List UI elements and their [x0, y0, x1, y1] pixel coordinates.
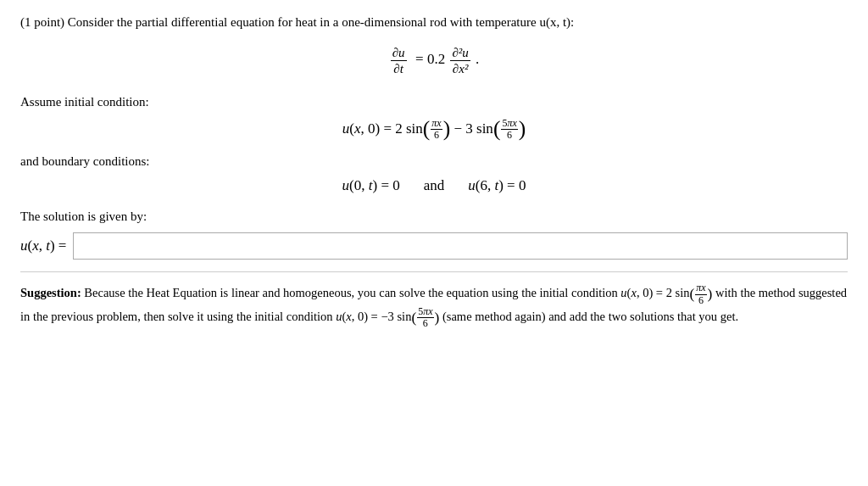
solution-label: The solution is given by: [20, 209, 848, 224]
pde-rhs-numerator: ∂²u [450, 45, 470, 61]
problem-header: (1 point) Consider the partial different… [20, 15, 848, 30]
ic-frac2: 5πx6 [501, 118, 517, 141]
sg-frac2-num: 5πx [417, 306, 433, 318]
ic-frac1: πx6 [431, 118, 442, 141]
sg-frac2-den: 6 [422, 318, 429, 329]
divider [20, 271, 848, 272]
pde-rhs-denominator: ∂x² [451, 61, 470, 76]
sg-frac2: 5πx6 [417, 306, 433, 329]
sg-lparen1: ( [689, 285, 694, 302]
pde-period: . [476, 51, 479, 67]
ic-frac2-num: 5πx [501, 118, 517, 130]
boundary-and: and [424, 177, 445, 194]
suggestion-bold-label: Suggestion: [20, 286, 81, 299]
sg-lparen2: ( [411, 308, 416, 325]
ic-rparen1: ) [443, 116, 451, 141]
boundary-right: u(6, t) = 0 [468, 177, 526, 194]
suggestion-text-part1: Because the Heat Equation is linear and … [81, 286, 690, 299]
ic-lparen1: ( [423, 116, 431, 141]
ic-frac1-den: 6 [433, 130, 440, 141]
pde-equals: = 0.2 [412, 51, 445, 67]
boundary-conditions: u(0, t) = 0 and u(6, t) = 0 [20, 177, 848, 194]
ic-lparen2: ( [493, 116, 501, 141]
pde-lhs-denominator: ∂t [392, 61, 405, 76]
answer-row: u(x, t) = [20, 232, 848, 260]
ic-frac1-num: πx [431, 118, 442, 130]
solution-lhs-label: u(x, t) = [20, 237, 66, 254]
pde-lhs-numerator: ∂u [391, 45, 407, 61]
sg-frac1: πx6 [695, 282, 706, 305]
initial-condition-equation: u(x, 0) = 2 sin(πx6) − 3 sin(5πx6) [20, 118, 848, 141]
initial-condition-label: Assume initial condition: [20, 95, 848, 109]
suggestion-text-part3: (same method again) and add the two solu… [439, 310, 738, 323]
sg-frac1-den: 6 [698, 295, 704, 306]
pde-equation: ∂u ∂t = 0.2 ∂²u ∂x² . [20, 45, 848, 76]
suggestion-block: Suggestion: Because the Heat Equation is… [20, 282, 848, 329]
ic-lhs: u [342, 120, 350, 137]
ic-x: x [354, 120, 361, 137]
ic-rparen2: ) [519, 116, 526, 141]
page-container: (1 point) Consider the partial different… [20, 15, 848, 329]
ic-frac2-den: 6 [506, 130, 513, 141]
pde-rhs-fraction: ∂²u ∂x² [450, 45, 470, 76]
sg-frac1-num: πx [695, 282, 706, 294]
header-text: (1 point) Consider the partial different… [20, 15, 574, 29]
boundary-left: u(0, t) = 0 [342, 177, 400, 194]
boundary-label: and boundary conditions: [20, 154, 848, 169]
pde-lhs-fraction: ∂u ∂t [391, 45, 407, 76]
solution-input[interactable] [73, 232, 848, 260]
